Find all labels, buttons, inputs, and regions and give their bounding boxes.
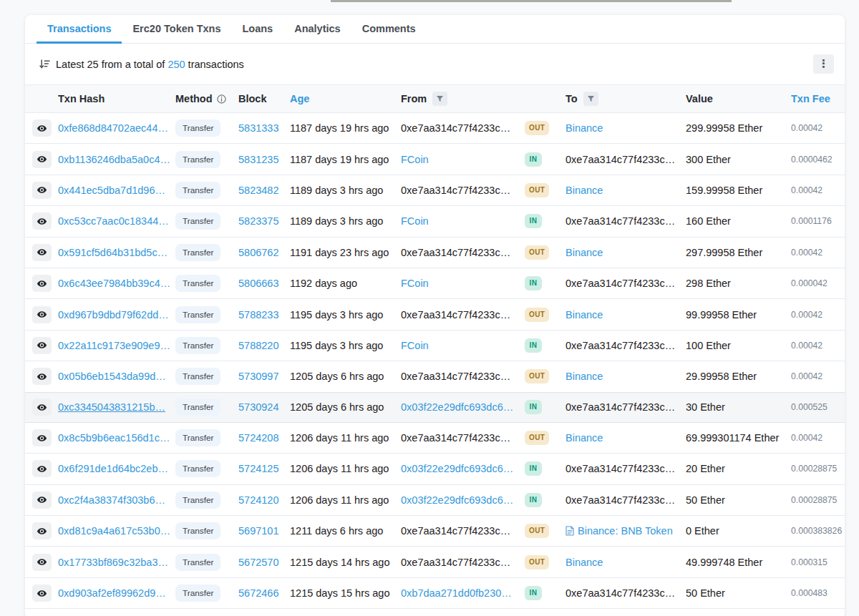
value-text: 49.999748 Ether — [686, 557, 762, 568]
from-address[interactable]: FCoin — [401, 278, 429, 289]
table-row: 0x591cf5d64b31bd5c… Transfer 5806762 119… — [25, 238, 845, 268]
summary-suffix: transactions — [188, 59, 244, 70]
block-link[interactable]: 5724120 — [238, 494, 278, 506]
txn-hash-link[interactable]: 0x591cf5d64b31bd5c… — [58, 247, 168, 258]
eye-preview-button[interactable] — [32, 492, 52, 509]
eye-preview-button[interactable] — [32, 275, 52, 292]
eye-preview-button[interactable] — [32, 244, 52, 261]
info-icon[interactable] — [217, 94, 226, 104]
age-text: 1206 days 11 hrs ago — [290, 432, 389, 444]
table-row: 0x8c5b9b6eac156d1c… Transfer 5724208 120… — [25, 423, 845, 454]
table-header-row: Txn Hash Method Block Age From To — [25, 84, 845, 113]
eye-preview-button[interactable] — [32, 119, 52, 137]
block-link[interactable]: 5806762 — [238, 247, 278, 258]
from-address[interactable]: 0x03f22e29dfc693dc6… — [401, 463, 513, 474]
eye-preview-button[interactable] — [32, 212, 52, 230]
eye-preview-button[interactable] — [32, 368, 52, 385]
from-address[interactable]: FCoin — [401, 215, 429, 227]
header-age[interactable]: Age — [290, 93, 401, 104]
txn-hash-link[interactable]: 0xc53cc7aac0c18344… — [58, 215, 169, 227]
block-link[interactable]: 5730997 — [238, 371, 278, 382]
block-link[interactable]: 5806663 — [238, 278, 278, 289]
kebab-icon: ⋮ — [818, 59, 829, 69]
header-block-label: Block — [238, 93, 267, 104]
method-badge: Transfer — [175, 151, 220, 168]
txn-hash-link[interactable]: 0xb1136246dba5a0c4… — [58, 154, 170, 165]
eye-preview-button[interactable] — [32, 337, 52, 354]
txn-hash-link[interactable]: 0x6f291de1d64bc2eb… — [58, 463, 168, 474]
txn-hash-link[interactable]: 0x17733bf869c32ba3… — [58, 557, 168, 568]
eye-preview-button[interactable] — [32, 399, 52, 416]
block-link[interactable]: 5823482 — [238, 185, 278, 196]
tab-loans[interactable]: Loans — [231, 15, 283, 44]
to-filter-button[interactable] — [583, 92, 598, 106]
summary-text: Latest 25 from a total of 250 transactio… — [56, 59, 244, 70]
eye-preview-button[interactable] — [32, 585, 52, 602]
from-address[interactable]: 0x03f22e29dfc693dc6… — [401, 401, 513, 413]
block-link[interactable]: 5823375 — [238, 215, 278, 227]
txn-hash-link[interactable]: 0x22a11c9173e909e9… — [58, 340, 170, 351]
block-link[interactable]: 5724208 — [238, 432, 278, 444]
txn-fee-text: 0.00028875 — [791, 495, 837, 505]
from-address[interactable]: 0x03f22e29dfc693dc6… — [401, 494, 513, 506]
txn-hash-link[interactable]: 0x8c5b9b6eac156d1c… — [58, 432, 170, 444]
block-link[interactable]: 5730924 — [238, 401, 278, 413]
total-transactions-link[interactable]: 250 — [168, 59, 185, 70]
from-address[interactable]: FCoin — [401, 340, 429, 351]
to-address[interactable]: Binance: BNB Token — [578, 525, 673, 537]
block-link[interactable]: 5788233 — [238, 309, 278, 321]
block-link[interactable]: 5724125 — [238, 463, 278, 474]
table-row: 0xd81c9a4a617c53b0… Transfer 5697101 121… — [25, 516, 845, 547]
eye-preview-button[interactable] — [32, 429, 52, 446]
txn-hash-link[interactable]: 0x6c43ee7984bb39c4… — [58, 278, 170, 289]
block-link[interactable]: 5831235 — [238, 154, 278, 165]
txn-hash-link[interactable]: 0xc2f4a38374f303b6… — [58, 494, 165, 506]
txn-hash-link[interactable]: 0xfe868d84702aec44… — [58, 122, 168, 134]
block-link[interactable]: 5788220 — [238, 340, 278, 351]
to-address: 0xe7aa314c77f4233c… — [566, 215, 675, 227]
to-address[interactable]: Binance — [566, 557, 603, 568]
to-address[interactable]: Binance — [566, 122, 603, 134]
block-link[interactable]: 5831333 — [238, 122, 278, 134]
tab-analytics[interactable]: Analytics — [283, 15, 351, 44]
direction-badge: IN — [525, 152, 542, 167]
from-address[interactable]: FCoin — [401, 154, 429, 165]
table-row: 0xfe868d84702aec44… Transfer 5831333 118… — [25, 113, 845, 144]
from-filter-button[interactable] — [432, 92, 447, 106]
txn-fee-text: 0.000383826 — [791, 526, 842, 536]
eye-preview-button[interactable] — [32, 306, 52, 323]
eye-preview-button[interactable] — [32, 460, 52, 477]
eye-preview-button[interactable] — [32, 522, 52, 539]
txn-hash-link[interactable]: 0xd967b9dbd79f62dd… — [58, 309, 169, 321]
header-txn-fee[interactable]: Txn Fee — [791, 93, 845, 104]
txn-hash-link[interactable]: 0xd81c9a4a617c53b0… — [58, 525, 170, 537]
txn-hash-link[interactable]: 0x441ec5dba7d1d96… — [58, 185, 165, 196]
age-text: 1211 days 6 hrs ago — [290, 525, 383, 537]
txn-fee-text: 0.00042 — [791, 310, 822, 320]
to-address[interactable]: Binance — [566, 247, 603, 258]
toolbar: Latest 25 from a total of 250 transactio… — [25, 44, 845, 84]
block-link[interactable]: 5697101 — [238, 525, 278, 537]
tab-erc20-token-txns[interactable]: Erc20 Token Txns — [122, 15, 231, 44]
to-address[interactable]: Binance — [566, 432, 603, 444]
age-text: 1195 days 3 hrs ago — [290, 309, 383, 321]
block-link[interactable]: 5672466 — [238, 587, 278, 599]
options-kebab-button[interactable]: ⋮ — [813, 54, 834, 74]
transactions-card: TransactionsErc20 Token TxnsLoansAnalyti… — [25, 15, 845, 616]
from-address[interactable]: 0xb7daa271dd0fb230… — [401, 587, 512, 599]
to-address: 0xe7aa314c77f4233c… — [566, 587, 675, 599]
txn-hash-link[interactable]: 0xc3345043831215b… — [58, 401, 165, 413]
table-row: 0xb1136246dba5a0c4… Transfer 5831235 118… — [25, 144, 845, 175]
tab-comments[interactable]: Comments — [351, 15, 427, 44]
txn-hash-link[interactable]: 0x05b6eb1543da99d… — [58, 371, 166, 382]
eye-preview-button[interactable] — [32, 554, 52, 571]
eye-preview-button[interactable] — [32, 151, 52, 168]
to-address[interactable]: Binance — [566, 185, 603, 196]
block-link[interactable]: 5672570 — [238, 557, 278, 568]
header-to: To — [566, 92, 686, 106]
tab-transactions[interactable]: Transactions — [37, 15, 122, 44]
txn-hash-link[interactable]: 0xd903af2ef89962d9… — [58, 587, 166, 599]
eye-preview-button[interactable] — [32, 182, 52, 199]
to-address[interactable]: Binance — [566, 371, 603, 382]
to-address[interactable]: Binance — [566, 309, 603, 321]
